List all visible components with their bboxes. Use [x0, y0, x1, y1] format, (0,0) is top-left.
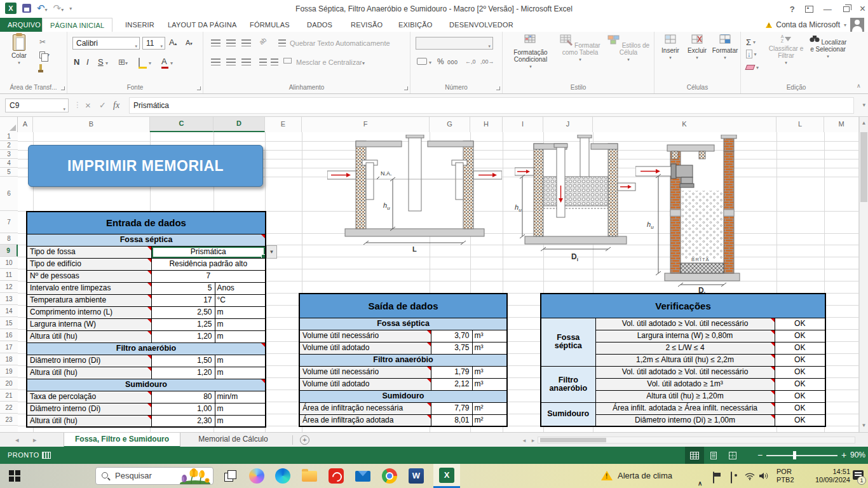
font-color-button[interactable]: A	[161, 57, 168, 69]
col-header-j[interactable]: J	[543, 117, 593, 132]
italic-button[interactable]: I	[86, 57, 89, 67]
sheet-tab-fossa[interactable]: Fossa, Filtro e Sumidouro	[64, 433, 180, 447]
cell-unit[interactable]: m³	[472, 378, 507, 390]
borders-button[interactable]: ⊞▾	[118, 57, 128, 67]
col-header-c[interactable]: C	[150, 117, 214, 132]
col-header-h[interactable]: H	[470, 117, 503, 132]
horizontal-scrollbar[interactable]: ◂ ▸	[520, 436, 855, 444]
insert-function-icon[interactable]: fx	[113, 98, 119, 112]
wifi-icon[interactable]	[745, 472, 755, 480]
weather-alert-label[interactable]: Alerta de clima	[618, 464, 672, 488]
check-condition[interactable]: Altura útil (hu) ≥ 1,20m	[595, 390, 775, 402]
tab-arquivo[interactable]: ARQUIVO	[0, 18, 48, 32]
row-header[interactable]: 22	[0, 402, 18, 414]
align-bottom-icon[interactable]	[241, 39, 251, 46]
cell-label[interactable]: Comprimento interno (L)	[27, 306, 151, 318]
selected-cell-c9[interactable]: Prismática	[151, 246, 266, 258]
word-button[interactable]	[408, 468, 424, 484]
cell-unit[interactable]: m	[215, 330, 266, 342]
row-header[interactable]: 16	[0, 329, 18, 341]
weather-warning-icon[interactable]	[601, 471, 613, 480]
cell-label[interactable]: Volume útil necessário	[299, 366, 431, 378]
volume-icon[interactable]	[759, 472, 769, 480]
close-icon[interactable]: ×	[860, 3, 865, 15]
cell-unit[interactable]: m³	[472, 366, 507, 378]
tab-revisao[interactable]: REVISÃO	[343, 18, 390, 32]
accounting-format-icon[interactable]	[417, 58, 427, 65]
cell-unit[interactable]: min/m	[215, 391, 266, 403]
acrobat-button[interactable]	[328, 468, 344, 484]
scroll-down-icon[interactable]: ▼	[860, 421, 868, 431]
check-status[interactable]: OK	[775, 402, 825, 414]
cell-label[interactable]: Altura útil (hu)	[27, 367, 151, 379]
cell-label[interactable]: Intervalo entre limpezas	[27, 282, 151, 294]
avatar[interactable]	[850, 18, 864, 32]
row-header[interactable]: 15	[0, 317, 18, 329]
col-header-b[interactable]: B	[33, 117, 150, 132]
wrap-text-icon[interactable]	[278, 39, 286, 46]
cell-label[interactable]: Volume útil adotado	[299, 378, 431, 390]
cell-unit[interactable]: °C	[215, 294, 266, 306]
insert-cells-button[interactable]: Inserir	[657, 34, 684, 61]
check-status[interactable]: OK	[775, 342, 825, 354]
row-header[interactable]: 11	[0, 269, 18, 281]
check-condition[interactable]: Vol. útil adotado ≥ 1m³	[595, 378, 775, 390]
orientation-icon[interactable]: ab	[258, 36, 268, 46]
page-break-view-icon[interactable]	[723, 447, 742, 464]
cell-unit[interactable]: m³	[472, 330, 507, 342]
row-header[interactable]: 20	[0, 377, 18, 390]
normal-view-icon[interactable]	[685, 447, 704, 464]
cell-unit[interactable]: m³	[472, 342, 507, 354]
row-header[interactable]: 9	[0, 245, 18, 257]
scrollbar-thumb[interactable]	[860, 132, 867, 202]
cell-unit[interactable]: m²	[472, 402, 507, 414]
percent-button[interactable]: %	[437, 57, 444, 66]
cast-icon[interactable]	[731, 471, 732, 484]
dialog-launcher-icon[interactable]	[197, 86, 201, 90]
cell-unit[interactable]: m²	[472, 414, 507, 426]
row-header[interactable]: 23	[0, 414, 18, 426]
find-select-button[interactable]: Localizar e Selecionar	[807, 34, 849, 60]
align-top-icon[interactable]	[211, 39, 220, 46]
hidden-icons-chevron[interactable]: ∧	[698, 471, 702, 488]
cell-label[interactable]: Volume útil adotado	[299, 342, 431, 354]
row-header[interactable]: 5	[0, 168, 18, 177]
row-header[interactable]: 14	[0, 305, 18, 317]
grow-font-button[interactable]: A▴	[169, 37, 177, 47]
minimize-icon[interactable]: —	[824, 4, 832, 14]
cell-value[interactable]: 2,30	[151, 415, 215, 427]
cut-button[interactable]: ✂	[39, 37, 46, 47]
cell-value[interactable]: 17	[151, 294, 215, 306]
merge-center-label[interactable]: Mesclar e Centralizar▾	[296, 58, 365, 66]
tab-pagina-inicial[interactable]: PÁGINA INICIAL	[42, 18, 112, 32]
confirm-entry-icon[interactable]: ✓	[99, 98, 106, 112]
cell-unit[interactable]: Anos	[215, 282, 266, 294]
align-right-icon[interactable]	[241, 58, 251, 65]
worksheet-grid[interactable]: IMPRIMIR MEMORIAL N.A. hu	[18, 132, 859, 432]
cell-value[interactable]: 8,01	[431, 414, 472, 426]
align-middle-icon[interactable]	[226, 39, 236, 46]
battery-icon[interactable]	[713, 471, 714, 484]
conditional-formatting-button[interactable]: Formatação Condicional	[506, 34, 555, 70]
cell-value[interactable]: 1,25	[151, 318, 215, 330]
format-painter-button[interactable]	[39, 62, 42, 72]
cell-label[interactable]: Altura útil (hu)	[27, 330, 151, 342]
cell-label[interactable]: Nº de pessoas	[27, 270, 151, 282]
vertical-scrollbar[interactable]: ▲ ▼	[859, 117, 868, 432]
check-status[interactable]: OK	[775, 378, 825, 390]
chrome-button[interactable]	[381, 468, 398, 484]
cell-value[interactable]: 7,79	[431, 402, 472, 414]
check-status[interactable]: OK	[775, 354, 825, 366]
row-header[interactable]: 17	[0, 341, 18, 353]
collapse-ribbon-icon[interactable]: ∧	[857, 83, 861, 89]
align-center-icon[interactable]	[226, 58, 236, 65]
cancel-entry-icon[interactable]: ×	[85, 98, 91, 112]
number-format-combo[interactable]	[416, 37, 493, 50]
language-indicator[interactable]: POR PTB2	[776, 468, 794, 484]
zoom-out-icon[interactable]: −	[757, 447, 763, 464]
sort-filter-button[interactable]: AZ Classificar e Filtrar	[766, 34, 806, 66]
row-header[interactable]: 2	[0, 141, 18, 150]
row-header[interactable]: 4	[0, 159, 18, 168]
mail-button[interactable]	[355, 468, 371, 484]
col-header-e[interactable]: E	[265, 117, 302, 132]
